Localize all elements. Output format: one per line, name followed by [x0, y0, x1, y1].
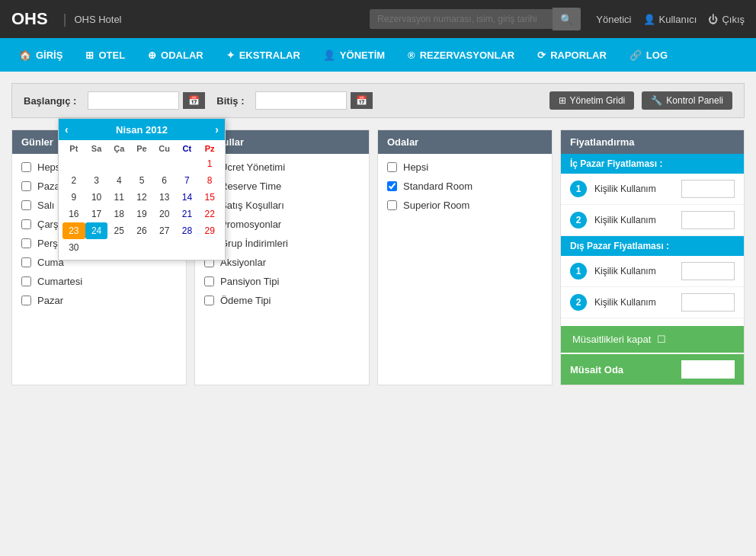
- cal-day-18[interactable]: 18: [107, 206, 130, 222]
- odalar-standard-room-checkbox[interactable]: [387, 181, 397, 191]
- dis-pazar-input-1[interactable]: [681, 262, 735, 280]
- odalar-superior-room[interactable]: Superior Room: [387, 200, 543, 211]
- cal-day-1pz[interactable]: 1: [198, 155, 221, 172]
- cal-day-25[interactable]: 25: [107, 222, 130, 239]
- ic-pazar-number-2: 2: [570, 212, 587, 228]
- musait-oda-input[interactable]: [681, 360, 735, 379]
- kosul-ucret-yonetimi[interactable]: Ücret Yönetimi: [204, 161, 360, 173]
- kosul-odeme-tipi-checkbox[interactable]: [204, 296, 214, 305]
- cal-day-24[interactable]: 24: [85, 222, 108, 239]
- logout-label[interactable]: ⏻ Çıkış: [708, 14, 745, 25]
- cal-day-22[interactable]: 22: [198, 206, 221, 222]
- cal-day-19[interactable]: 19: [130, 206, 153, 222]
- cal-day-empty: [198, 239, 221, 256]
- cal-day-21[interactable]: 21: [176, 206, 199, 222]
- cal-day-14[interactable]: 14: [176, 189, 199, 206]
- cal-day-6[interactable]: 6: [153, 172, 176, 189]
- start-date-input[interactable]: [88, 91, 179, 110]
- kosul-aksiyonlar[interactable]: Aksiyonlar: [204, 257, 360, 268]
- nav-log[interactable]: 🔗 LOG: [618, 38, 679, 72]
- cal-day-16[interactable]: 16: [62, 206, 85, 222]
- nav-rezervasyonlar[interactable]: ® REZERVASYONLAR: [396, 38, 526, 72]
- gunler-cumartesi[interactable]: Cumartesi: [21, 276, 177, 287]
- gunler-sali-checkbox[interactable]: [21, 200, 31, 210]
- odalar-hepsi[interactable]: Hepsi: [387, 161, 543, 173]
- gunler-cumartesi-label: Cumartesi: [37, 276, 82, 287]
- ic-pazar-row-2: 2 Kişilik Kullanım: [561, 205, 744, 236]
- cal-day-13[interactable]: 13: [153, 189, 176, 206]
- ic-pazar-input-1[interactable]: [681, 180, 735, 198]
- cal-day-29[interactable]: 29: [198, 222, 221, 239]
- odalar-superior-room-checkbox[interactable]: [387, 200, 397, 210]
- search-area: 🔍: [370, 8, 581, 30]
- kosul-grup-indirimleri[interactable]: Grup İndirimleri: [204, 238, 360, 249]
- kosul-odeme-tipi[interactable]: Ödeme Tipi: [204, 295, 360, 306]
- gunler-cumartesi-checkbox[interactable]: [21, 276, 31, 286]
- start-calendar-icon[interactable]: 📅: [183, 92, 205, 109]
- end-date-input[interactable]: [255, 91, 347, 110]
- calendar-prev-button[interactable]: ‹: [65, 123, 69, 136]
- nav-yonetim[interactable]: 👤 YÖNETİM: [312, 38, 396, 72]
- dis-pazar-input-2[interactable]: [681, 293, 735, 312]
- nav-odalar[interactable]: ⊕ ODALAR: [136, 38, 215, 72]
- gunler-persembe-checkbox[interactable]: [21, 238, 31, 248]
- user-label[interactable]: 👤 Kullanıcı: [643, 14, 697, 25]
- cal-day-28[interactable]: 28: [176, 222, 199, 239]
- home-icon: 🏠: [19, 50, 31, 61]
- cal-day-5[interactable]: 5: [130, 172, 153, 189]
- search-input[interactable]: [370, 9, 553, 29]
- cal-day-3[interactable]: 3: [85, 172, 108, 189]
- nav-raporlar[interactable]: ⟳ RAPORLAR: [526, 38, 618, 72]
- cal-day-1ct[interactable]: [176, 155, 199, 172]
- gunler-hepsi-checkbox[interactable]: [21, 162, 31, 172]
- musaitlikleri-kapat-label: Müsaitlikleri kapat: [572, 334, 651, 345]
- gunler-carsamba-checkbox[interactable]: [21, 219, 31, 229]
- cal-day-8[interactable]: 8: [198, 172, 221, 189]
- musaitlikleri-kapat-button[interactable]: Müsaitlikleri kapat ☐: [561, 326, 744, 353]
- manager-label[interactable]: Yönetici: [596, 14, 631, 25]
- cal-day-27[interactable]: 27: [153, 222, 176, 239]
- cal-day-30[interactable]: 30: [62, 239, 85, 256]
- kosul-pansiyon-tipi[interactable]: Pansiyon Tipi: [204, 276, 360, 287]
- yonetim-gridi-button[interactable]: ⊞ Yönetim Gridi: [549, 91, 635, 110]
- dis-pazar-header: Dış Pazar Fiyatlaması :: [561, 236, 744, 256]
- kosul-pansiyon-tipi-checkbox[interactable]: [204, 276, 214, 286]
- calendar-popup: ‹ Nisan 2012 › Pt Sa Ça Pe Cu Ct Pz: [58, 118, 226, 260]
- nav-otel[interactable]: ⊞ OTEL: [74, 38, 136, 72]
- cal-day-26[interactable]: 26: [130, 222, 153, 239]
- cal-day-empty: [130, 155, 153, 172]
- odalar-standard-room[interactable]: Standard Room: [387, 181, 543, 192]
- content: Başlangıç : 📅 Bitiş : 📅 ⊞ Yönetim Gridi …: [0, 72, 756, 397]
- nav-giris[interactable]: 🏠 GİRİŞ: [8, 38, 74, 72]
- cal-day-4[interactable]: 4: [107, 172, 130, 189]
- calendar-next-button[interactable]: ›: [215, 123, 219, 136]
- cal-day-23[interactable]: 23: [62, 222, 85, 239]
- kosul-promosyonlar[interactable]: Promosyonlar: [204, 219, 360, 230]
- cal-day-15[interactable]: 15: [198, 189, 221, 206]
- rooms-icon: ⊕: [148, 50, 156, 61]
- gunler-cuma-checkbox[interactable]: [21, 257, 31, 267]
- ic-pazar-input-2[interactable]: [681, 211, 735, 229]
- gunler-pazartesi-checkbox[interactable]: [21, 181, 31, 191]
- calendar-header: ‹ Nisan 2012 ›: [59, 119, 225, 140]
- gunler-pazar-checkbox[interactable]: [21, 296, 31, 305]
- cal-day-10[interactable]: 10: [85, 189, 108, 206]
- kosul-satis-kosullari[interactable]: Satış Koşulları: [204, 200, 360, 211]
- cal-day-2[interactable]: 2: [62, 172, 85, 189]
- cal-day-9[interactable]: 9: [62, 189, 85, 206]
- day-header-pz: Pz: [198, 144, 221, 153]
- odalar-hepsi-checkbox[interactable]: [387, 162, 397, 172]
- kosul-reserve-time[interactable]: Reserve Time: [204, 181, 360, 192]
- kontrol-paneli-button[interactable]: 🔧 Kontrol Paneli: [642, 91, 732, 110]
- cal-day-12[interactable]: 12: [130, 189, 153, 206]
- day-header-pe: Pe: [130, 144, 153, 153]
- search-button[interactable]: 🔍: [553, 8, 581, 30]
- end-calendar-icon[interactable]: 📅: [351, 92, 373, 109]
- nav-ekstralar[interactable]: ✦ EKSTRALAR: [215, 38, 312, 72]
- cal-day-17[interactable]: 17: [85, 206, 108, 222]
- cal-day-20[interactable]: 20: [153, 206, 176, 222]
- cal-day-7[interactable]: 7: [176, 172, 199, 189]
- start-label: Başlangıç :: [24, 95, 76, 107]
- gunler-pazar[interactable]: Pazar: [21, 295, 177, 306]
- cal-day-11[interactable]: 11: [107, 189, 130, 206]
